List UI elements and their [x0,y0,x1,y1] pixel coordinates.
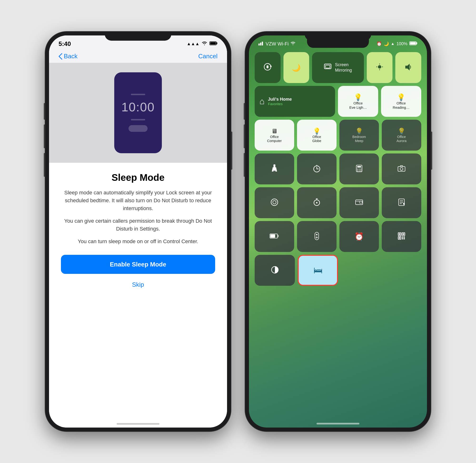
svg-rect-2 [210,42,216,45]
flashlight-icon [270,164,278,174]
svg-point-37 [273,201,276,204]
office-aurora-label: OfficeAurora [396,135,406,143]
reading-light-label: OfficeReading… [393,101,410,110]
rotation-lock-tile[interactable] [255,52,281,83]
svg-rect-61 [399,237,400,239]
calculator-tile[interactable] [339,153,379,184]
sleep-desc-2: You can give certain callers permission … [61,217,215,233]
power-button-right[interactable] [431,132,432,170]
back-button[interactable]: Back [59,53,78,60]
power-button[interactable] [231,132,232,170]
svg-rect-64 [402,238,403,239]
svg-rect-5 [262,42,263,45]
bubble-level-tile[interactable] [255,187,294,218]
svg-rect-52 [315,232,319,240]
svg-point-14 [378,65,381,69]
qr-scanner-tile[interactable] [382,221,421,252]
navigation-bar: Back Cancel [49,50,227,63]
low-power-icon [270,233,279,240]
screen-mirror-icon [324,63,332,72]
skip-button[interactable]: Skip [132,281,144,288]
home-label: Juli's Home [268,97,292,102]
status-bar: 5:40 ▲▲▲ [49,36,227,50]
office-eve-light-tile[interactable]: 💡 OfficeEve Ligh… [338,86,378,117]
svg-point-53 [316,234,317,235]
display-contrast-tile[interactable] [255,255,295,286]
svg-marker-19 [405,64,409,70]
status-right-icons: ⏰ 🌙 ▲ 100% [377,41,417,47]
notch [307,39,369,48]
svg-rect-50 [278,235,279,237]
svg-rect-1 [216,42,217,44]
mute-button-right[interactable] [244,103,245,120]
eve-light-label: OfficeEve Ligh… [349,101,367,110]
volume-up-button-right[interactable] [244,125,245,148]
signal-bars-icon [259,41,264,47]
alarm-status-icon: ⏰ [377,41,382,46]
svg-point-30 [360,169,361,170]
low-power-tile[interactable] [255,221,294,252]
volume-down-button[interactable] [44,153,45,177]
mock-pill [128,125,148,132]
svg-point-32 [359,170,360,171]
office-globe-tile[interactable]: 💡 OfficeGlobe [297,120,337,151]
do-not-disturb-tile[interactable]: 🌙 [283,52,309,83]
office-aurora-tile[interactable]: 💡 OfficeAurora [382,120,421,151]
svg-rect-11 [267,65,269,68]
battery-icon [209,41,217,47]
office-computer-tile[interactable]: 🖥 OfficeComputer [255,120,294,151]
volume-up-button[interactable] [44,125,45,148]
home-favorites-tile[interactable]: ⌂ Juli's Home Favorites [255,86,335,117]
camera-tile[interactable] [382,153,421,184]
stopwatch-tile[interactable] [297,187,337,218]
office-computer-label: OfficeComputer [267,135,282,143]
moon-status-icon: 🌙 [384,41,389,46]
home-icon: ⌂ [260,96,265,106]
flashlight-tile[interactable] [255,153,294,184]
qr-scanner-icon [398,232,405,241]
svg-rect-13 [326,65,330,68]
svg-rect-3 [259,44,260,45]
sleep-desc-3: You can turn sleep mode on or off in Con… [78,237,198,245]
volume-down-button-right[interactable] [244,153,245,177]
carrier-label: VZW Wi-Fi [259,41,296,47]
brightness-tile[interactable] [367,52,393,83]
notes-tile[interactable] [382,187,421,218]
location-icon: ▲ [391,42,395,46]
tv-remote-tile[interactable] [297,221,337,252]
stopwatch-icon [313,198,321,207]
cc-wifi-icon [290,41,296,47]
svg-rect-27 [357,166,361,168]
sleep-desc-1: Sleep mode can automatically simplify yo… [61,189,215,212]
screen-mirror-tile[interactable]: ScreenMirroring [312,52,364,83]
wallet-tile[interactable] [339,187,379,218]
svg-rect-62 [402,237,403,238]
screen-mirror-label: ScreenMirroring [335,62,352,73]
volume-tile[interactable] [395,52,421,83]
mute-button[interactable] [44,103,45,120]
office-globe-label: OfficeGlobe [312,135,321,143]
svg-rect-4 [260,43,261,45]
remote-icon [314,232,319,241]
sleep-mode-tile[interactable]: 🛏 [298,255,338,286]
svg-point-35 [400,168,403,170]
enable-sleep-mode-button[interactable]: Enable Sleep Mode [61,255,215,274]
timer-tile[interactable] [297,153,337,184]
control-center-grid: 🌙 ScreenMirroring [249,50,427,419]
cancel-button[interactable]: Cancel [198,53,217,60]
signal-icon: ▲▲▲ [187,41,199,46]
back-label: Back [64,53,78,60]
alarm-clock-icon: ⏰ [354,232,364,241]
cc-home-indicator [249,419,427,427]
calculator-icon [355,165,363,173]
office-aurora-icon: 💡 [398,127,405,135]
office-reading-tile[interactable]: 💡 OfficeReading… [381,86,421,117]
bedroom-meep-icon: 💡 [355,127,363,135]
sleep-content: Sleep Mode Sleep mode can automatically … [49,163,227,427]
sleep-mode-title: Sleep Mode [112,172,164,183]
status-time: 5:40 [59,40,71,48]
alarm-clock-tile[interactable]: ⏰ [339,221,379,252]
svg-rect-60 [403,233,404,235]
bedroom-meep-tile[interactable]: 💡 BedroomMeep [339,120,379,151]
mock-time: 10:00 [121,100,155,114]
